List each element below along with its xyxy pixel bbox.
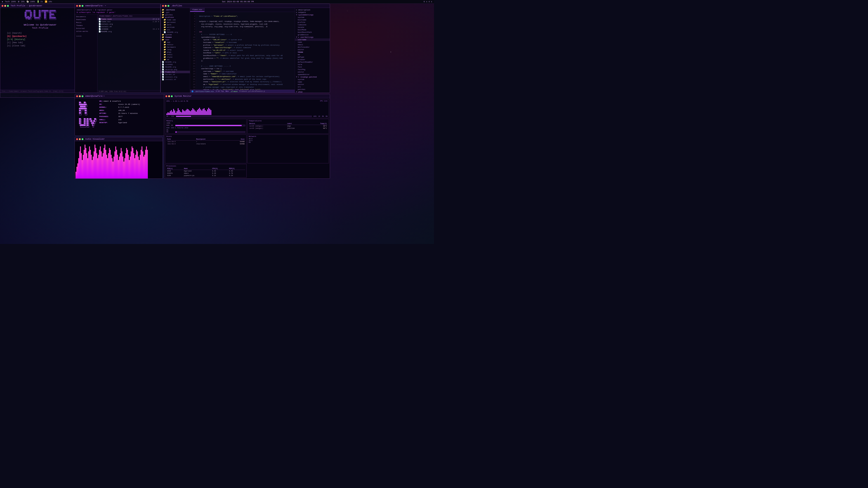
- qute-close[interactable]: [2, 5, 3, 7]
- editor-close[interactable]: [162, 5, 164, 7]
- outline-nixpkgs[interactable]: ▽ ▸ nixpkgs-patched: [295, 76, 330, 78]
- tree-personal[interactable]: 📁 personal: [161, 21, 190, 24]
- tree-homelab[interactable]: 📁 home lab: [161, 19, 190, 21]
- tree-readmeorg3[interactable]: 📄 README.org: [161, 66, 190, 68]
- tree-readmeorg1[interactable]: 📄 README.org: [161, 31, 190, 33]
- tree-pkgs[interactable]: 📁 pkgs: [161, 51, 190, 53]
- viz-close[interactable]: [76, 138, 78, 140]
- outline-bootmountpath[interactable]: bootMountPath: [295, 31, 330, 33]
- tree-wm[interactable]: 📁 wm: [161, 58, 190, 61]
- file-installorg[interactable]: 📄 install.org: [98, 23, 160, 25]
- file-installsh[interactable]: 📄 install.sh: [98, 25, 160, 28]
- tree-patches[interactable]: 📁 patches: [161, 13, 190, 16]
- tree-git[interactable]: 📁 .git: [161, 11, 190, 13]
- fm-close[interactable]: [76, 5, 78, 7]
- tree-user[interactable]: 📂 user: [161, 38, 190, 41]
- fm-sidebar-octave[interactable]: octav-works: [75, 30, 97, 33]
- editor-min[interactable]: [165, 5, 166, 7]
- viz-max[interactable]: [82, 138, 84, 140]
- fm-sidebar-docs[interactable]: Documents: [75, 15, 97, 18]
- fm-sidebar-external[interactable]: External: [75, 27, 97, 30]
- outline-profile[interactable]: profile: [295, 21, 330, 24]
- fm-min[interactable]: [79, 5, 81, 7]
- outline-font[interactable]: font: [295, 66, 330, 68]
- file-flakelock[interactable]: 📄 flake.lock 27.5 K: [98, 18, 160, 20]
- outline-defaultroamdir[interactable]: defaultRoamDir: [295, 61, 330, 63]
- outline-editor[interactable]: editor: [295, 48, 330, 51]
- outline-usersettings[interactable]: ▽ ▸ userSettings: [295, 36, 330, 38]
- code-content[interactable]: description = "Flake of LibrePhoenix"; o…: [196, 12, 295, 90]
- outline-nixname[interactable]: name: [295, 80, 330, 83]
- file-flakenix[interactable]: 📄 flake.nix 2.26 K: [98, 20, 160, 23]
- proc-col-cpu: CPU(%): [212, 167, 228, 170]
- menu-newtab-item[interactable]: [t] [New tab]: [7, 41, 73, 44]
- qute-max[interactable]: [7, 5, 9, 7]
- menu-history-item[interactable]: [S h] [History]: [7, 38, 73, 41]
- outline-email[interactable]: email: [295, 43, 330, 46]
- tree-profiles[interactable]: 📂 profiles: [161, 16, 190, 19]
- tree-app[interactable]: 📁 app: [161, 41, 190, 43]
- outline-name[interactable]: name: [295, 41, 330, 43]
- tree-readmeorg2[interactable]: 📄 README.org: [161, 61, 190, 63]
- outline-wm[interactable]: wm: [295, 53, 330, 56]
- sysmon-max[interactable]: [171, 95, 173, 97]
- tree-desktoppng[interactable]: 📄 desktop.png: [161, 68, 190, 71]
- outline-hostname[interactable]: hostname: [295, 19, 330, 21]
- outline-nixsystem[interactable]: system: [295, 78, 330, 80]
- menu-search-item[interactable]: [o] [Search]: [7, 32, 73, 35]
- outline-nixeditor[interactable]: editor: [295, 83, 330, 86]
- outline-username[interactable]: username: [295, 38, 330, 41]
- tree-wsl[interactable]: 📁 wsl: [161, 29, 190, 31]
- outline-locale[interactable]: locale: [295, 26, 330, 29]
- sysmon-min[interactable]: [168, 95, 170, 97]
- outline-system[interactable]: system: [295, 16, 330, 19]
- tree-style[interactable]: 📁 style: [161, 56, 190, 58]
- code-view[interactable]: 12345 678910 1112131415 1617181920 21222…: [190, 12, 295, 90]
- fm-sidebar-themes[interactable]: Themes: [75, 24, 97, 27]
- tree-lang[interactable]: 📁 lang: [161, 48, 190, 51]
- outline-timezone[interactable]: timezone: [295, 24, 330, 26]
- tree-themes-folder[interactable]: 📁 themes: [161, 36, 190, 38]
- viz-min[interactable]: [79, 138, 81, 140]
- tree-flakenix[interactable]: 📄 flake.nix: [161, 71, 190, 73]
- tree-hardensh[interactable]: 📄 harden.sh: [161, 73, 190, 76]
- outline-wmtype[interactable]: wmType: [295, 56, 330, 58]
- fm-sidebar-music[interactable]: Music: [75, 21, 97, 24]
- tree-editor[interactable]: 📁 editor: [161, 43, 190, 46]
- outline-dotfilesdir[interactable]: dotfilesDir: [295, 46, 330, 48]
- editor-max[interactable]: [167, 5, 169, 7]
- tree-work[interactable]: 📁 work: [161, 24, 190, 26]
- menu-closetab-item[interactable]: [x] [Close tab]: [7, 44, 73, 47]
- tab-flakenix[interactable]: flake.nix: [190, 8, 205, 12]
- fm-sidebar-downloads[interactable]: Downloads: [75, 18, 97, 21]
- outline-grubdevice[interactable]: grubDevice: [295, 33, 330, 36]
- neofetch-close[interactable]: [76, 95, 78, 97]
- outline-editor2[interactable]: editor: [295, 71, 330, 73]
- outline-pkgs[interactable]: ▽ pkgs: [295, 91, 330, 93]
- qute-min[interactable]: [4, 5, 6, 7]
- file-license[interactable]: 📄 LICENSE 34.2 K: [98, 28, 160, 30]
- tree-license[interactable]: 📄 LICENSE: [161, 63, 190, 66]
- outline-systemsettings[interactable]: ▽ systemSettings: [295, 13, 330, 16]
- neofetch-min[interactable]: [79, 95, 81, 97]
- menu-quickmarks-item[interactable]: [b] [Quickmarks]: [7, 35, 73, 38]
- cpu-bar: [207, 109, 208, 115]
- outline-browser[interactable]: browser: [295, 58, 330, 61]
- outline-fontpkg[interactable]: fontPkg: [295, 68, 330, 71]
- tree-worklab[interactable]: 📁 worklab: [161, 26, 190, 29]
- outline-theme[interactable]: theme: [295, 51, 330, 53]
- outline-bootmode[interactable]: bootMode: [295, 29, 330, 31]
- outline-nixpatches[interactable]: patches: [295, 88, 330, 91]
- sysmon-close[interactable]: [165, 95, 167, 97]
- outline-term[interactable]: term: [295, 63, 330, 66]
- neofetch-max[interactable]: [82, 95, 84, 97]
- tree-installsh2[interactable]: 📄 install.sh: [161, 78, 190, 80]
- fm-max[interactable]: [82, 5, 84, 7]
- file-readme[interactable]: 📄 README.org: [98, 30, 160, 33]
- tree-installorg[interactable]: 📄 install.org: [161, 76, 190, 78]
- outline-spaweditor[interactable]: spawnEditor: [295, 73, 330, 76]
- tree-system[interactable]: 📁 system: [161, 33, 190, 36]
- tree-hardware[interactable]: 📁 hardware: [161, 46, 190, 48]
- tree-shell[interactable]: 📁 shell: [161, 53, 190, 56]
- outline-nixsrc[interactable]: src: [295, 86, 330, 88]
